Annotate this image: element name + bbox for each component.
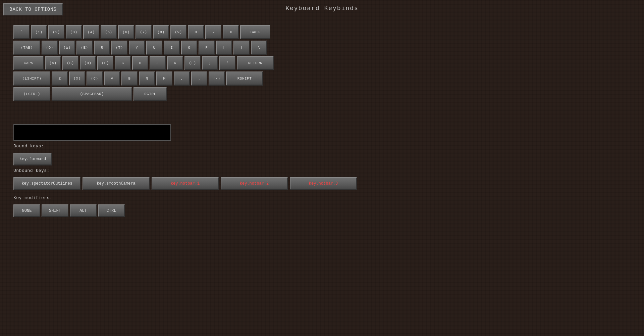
key-9[interactable]: (9) [170,25,186,39]
key-rbracket[interactable]: ] [233,41,250,55]
key-f[interactable]: (F) [97,56,113,70]
modifier-alt[interactable]: ALT [70,204,97,217]
keyboard-row-3: CAPS (A) (S) (D) (F) G H J K (L) ; ' RET… [13,56,274,70]
key-rshift[interactable]: RSHIFT [226,71,263,86]
key-lshift[interactable]: (LSHIFT) [13,71,50,86]
key-tab[interactable]: (TAB) [13,41,40,55]
key-r[interactable]: R [94,41,110,55]
modifiers-row: NONE SHIFT ALT CTRL [13,204,357,217]
key-n[interactable]: N [139,71,155,86]
keyboard-row-2: (TAB) (Q) (W) (E) R (T) Y U I O P [ ] \ [13,41,274,55]
key-4[interactable]: (4) [83,25,99,39]
key-lbracket[interactable]: [ [216,41,232,55]
key-k[interactable]: K [167,56,183,70]
unbound-key-hotbar-2[interactable]: key.hotbar.2 [221,177,288,190]
key-3[interactable]: (3) [66,25,82,39]
key-u[interactable]: U [146,41,162,55]
key-return[interactable]: RETURN [237,56,274,70]
page-title: Keyboard Keybinds [0,5,644,12]
key-5[interactable]: (5) [101,25,117,39]
modifier-ctrl[interactable]: CTRL [98,204,125,217]
key-backspace[interactable]: BACK [240,25,270,39]
key-a[interactable]: (A) [45,56,61,70]
back-to-options-button[interactable]: Back to options [3,3,63,15]
bound-keys-row: key.forward [13,153,357,165]
key-i[interactable]: I [164,41,180,55]
key-8[interactable]: (8) [153,25,169,39]
key-o[interactable]: O [181,41,197,55]
key-j[interactable]: J [150,56,166,70]
key-d[interactable]: (D) [80,56,96,70]
key-m[interactable]: M [156,71,172,86]
key-p[interactable]: P [199,41,215,55]
key-period[interactable]: . [191,71,207,86]
key-minus[interactable]: - [205,25,221,39]
keyboard-layout: ` (1) (2) (3) (4) (5) (6) (7) (8) (9) 0 … [13,25,274,102]
key-e[interactable]: (E) [76,41,93,55]
key-comma[interactable]: , [174,71,190,86]
keyboard-row-5: (LCTRL) (SPACEBAR) RCTRL [13,87,274,101]
key-s[interactable]: (S) [62,56,78,70]
key-h[interactable]: H [132,56,148,70]
key-b[interactable]: B [121,71,138,86]
key-g[interactable]: G [115,56,131,70]
key-l[interactable]: (L) [184,56,201,70]
key-2[interactable]: (2) [48,25,64,39]
key-caps-lock[interactable]: CAPS [13,56,44,70]
modifier-none[interactable]: NONE [13,204,40,217]
key-rctrl[interactable]: RCTRL [133,87,167,101]
key-lctrl[interactable]: (LCTRL) [13,87,50,101]
key-backslash[interactable]: \ [251,41,267,55]
key-semicolon[interactable]: ; [202,56,218,70]
unbound-key-hotbar-3[interactable]: key.hotbar.3 [290,177,357,190]
key-7[interactable]: (7) [136,25,152,39]
unbound-key-smooth-camera[interactable]: key.smoothCamera [83,177,150,190]
key-q[interactable]: (Q) [42,41,58,55]
keyboard-row-4: (LSHIFT) Z (X) (C) V B N M , . (/) RSHIF… [13,71,274,86]
key-1[interactable]: (1) [31,25,47,39]
key-equals[interactable]: = [223,25,239,39]
modifier-shift[interactable]: SHIFT [42,204,68,217]
key-slash[interactable]: (/) [209,71,225,86]
key-t[interactable]: (T) [111,41,127,55]
key-w[interactable]: (W) [59,41,75,55]
key-x[interactable]: (X) [69,71,85,86]
key-backtick[interactable]: ` [13,25,30,39]
unbound-keys-row: key.spectatorOutlines key.smoothCamera k… [13,177,357,190]
keyboard-row-1: ` (1) (2) (3) (4) (5) (6) (7) (8) (9) 0 … [13,25,274,39]
key-display-bar [13,124,171,141]
key-0[interactable]: 0 [188,25,204,39]
bottom-section: Bound keys: key.forward Unbound keys: ke… [13,124,357,217]
key-6[interactable]: (6) [118,25,134,39]
bound-key-forward[interactable]: key.forward [13,153,52,165]
key-modifiers-label: Key modifiers: [13,195,357,200]
key-apostrophe[interactable]: ' [219,56,235,70]
unbound-key-hotbar-1[interactable]: key.hotbar.1 [152,177,219,190]
key-v[interactable]: V [104,71,120,86]
bound-keys-label: Bound keys: [13,144,357,149]
key-c[interactable]: (C) [87,71,103,86]
key-z[interactable]: Z [52,71,68,86]
unbound-key-spectator[interactable]: key.spectatorOutlines [13,177,80,190]
key-y[interactable]: Y [129,41,145,55]
key-spacebar[interactable]: (SPACEBAR) [52,87,132,101]
unbound-keys-label: Unbound keys: [13,168,357,173]
